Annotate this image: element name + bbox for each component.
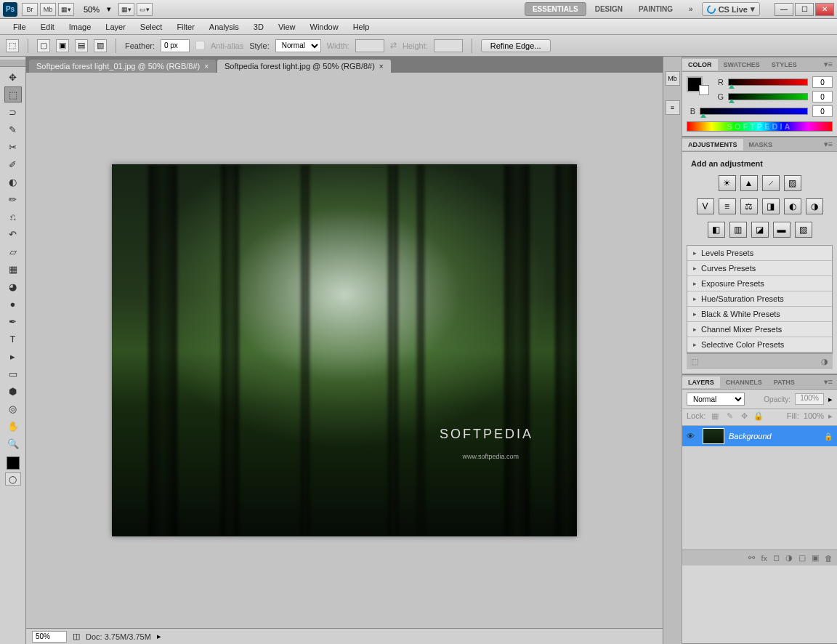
delete-layer-icon[interactable]: 🗑	[825, 554, 833, 563]
crop-tool[interactable]: ✂	[4, 139, 22, 155]
add-selection-icon[interactable]: ▣	[56, 39, 69, 52]
curves-icon[interactable]: ⟋	[762, 175, 780, 191]
fill-arrow[interactable]: ▸	[828, 411, 833, 421]
shape-tool[interactable]: ▭	[4, 366, 22, 382]
tab-adjustments[interactable]: ADJUSTMENTS	[682, 139, 743, 150]
opacity-arrow[interactable]: ▸	[828, 395, 833, 404]
lock-position-icon[interactable]: ✥	[739, 411, 749, 421]
panel-menu-icon[interactable]: ▾≡	[820, 140, 837, 149]
close-tab-icon[interactable]: ×	[379, 63, 384, 71]
menu-window[interactable]: Window	[303, 21, 346, 33]
lock-all-icon[interactable]: 🔒	[753, 411, 764, 421]
workspace-more[interactable]: »	[682, 3, 700, 15]
feather-input[interactable]	[161, 39, 190, 52]
document-tab-0[interactable]: Softpedia forest light_01.jpg @ 50% (RGB…	[29, 60, 216, 73]
foreground-color[interactable]	[7, 456, 20, 470]
lock-pixels-icon[interactable]: ✎	[724, 411, 735, 421]
panel-menu-icon[interactable]: ▾≡	[820, 60, 837, 69]
status-menu-arrow[interactable]: ▸	[157, 632, 161, 641]
tab-styles[interactable]: STYLES	[766, 59, 803, 71]
tab-paths[interactable]: PATHS	[768, 377, 801, 388]
adjustment-layer-icon[interactable]: ◑	[785, 553, 793, 563]
preset-exposure[interactable]: Exposure Presets	[687, 276, 832, 291]
eyedropper-tool[interactable]: ✐	[4, 156, 22, 172]
layer-mask-icon[interactable]: ◻	[773, 553, 780, 563]
subtract-selection-icon[interactable]: ▤	[75, 39, 88, 52]
refine-edge-button[interactable]: Refine Edge...	[481, 39, 551, 52]
menu-view[interactable]: View	[271, 21, 303, 33]
visibility-icon[interactable]: 👁	[687, 432, 698, 440]
style-select[interactable]: Normal	[275, 39, 321, 52]
preset-selective-color[interactable]: Selective Color Presets	[687, 337, 832, 353]
new-layer-icon[interactable]: ▣	[812, 553, 819, 563]
channel-mixer-icon[interactable]: ◑	[806, 198, 823, 214]
screen-mode-button[interactable]: ▭▾	[137, 3, 153, 16]
3d-camera-tool[interactable]: ◎	[4, 401, 22, 416]
new-selection-icon[interactable]: ▢	[37, 39, 50, 52]
menu-filter[interactable]: Filter	[169, 21, 201, 33]
vibrance-icon[interactable]: V	[697, 198, 714, 214]
black-white-icon[interactable]: ◨	[762, 198, 780, 214]
canvas-viewport[interactable]: SOFTPEDIA www.softpedia.com	[26, 73, 663, 628]
move-tool[interactable]: ✥	[4, 69, 22, 85]
exposure-icon[interactable]: ▨	[784, 175, 801, 191]
zoom-level[interactable]: 50%	[84, 5, 100, 14]
photo-filter-icon[interactable]: ◐	[784, 198, 801, 214]
3d-tool[interactable]: ⬢	[4, 383, 22, 399]
color-spectrum[interactable]: SOFTPEDIA	[687, 121, 833, 132]
brush-tool[interactable]: ✏	[4, 191, 22, 207]
tab-swatches[interactable]: SWATCHES	[718, 59, 766, 71]
intersect-selection-icon[interactable]: ▥	[94, 39, 107, 52]
g-value[interactable]	[812, 91, 833, 102]
tab-channels[interactable]: CHANNELS	[720, 377, 768, 388]
quick-mask-button[interactable]: ◯	[5, 472, 21, 486]
close-button[interactable]: ✕	[815, 3, 834, 16]
posterize-icon[interactable]: ▥	[729, 222, 747, 238]
adjustment-expand-icon[interactable]: ⬚	[691, 357, 698, 366]
arrange-documents-button[interactable]: ▦▾	[118, 3, 134, 16]
background-swatch[interactable]	[699, 85, 709, 95]
color-swatches[interactable]	[0, 456, 25, 470]
threshold-icon[interactable]: ◪	[751, 222, 769, 238]
opacity-value[interactable]: 100%	[795, 393, 824, 405]
adjustment-clip-icon[interactable]: ◑	[821, 357, 828, 366]
bridge-button[interactable]: Br	[22, 3, 38, 16]
layer-style-icon[interactable]: fx	[761, 554, 767, 563]
hand-tool[interactable]: ✋	[4, 418, 22, 434]
dodge-tool[interactable]: ●	[4, 296, 22, 312]
status-nav-icon[interactable]: ◫	[73, 632, 80, 641]
healing-brush-tool[interactable]: ◐	[4, 174, 22, 190]
link-layers-icon[interactable]: ⚯	[748, 553, 755, 563]
tab-color[interactable]: COLOR	[682, 59, 718, 71]
lasso-tool[interactable]: ⊃	[4, 104, 22, 120]
toolbox-grip[interactable]	[0, 60, 25, 67]
fill-value[interactable]: 100%	[804, 411, 824, 420]
preset-levels[interactable]: Levels Presets	[687, 246, 832, 261]
color-balance-icon[interactable]: ⚖	[740, 198, 758, 214]
cslive-button[interactable]: CS Live ▾	[702, 2, 760, 16]
quick-selection-tool[interactable]: ✎	[4, 121, 22, 137]
brightness-contrast-icon[interactable]: ☀	[719, 175, 736, 191]
path-selection-tool[interactable]: ▸	[4, 348, 22, 364]
lock-transparency-icon[interactable]: ▦	[710, 411, 720, 421]
r-slider[interactable]	[728, 79, 808, 86]
zoom-tool[interactable]: 🔍	[4, 435, 22, 451]
preset-black-white[interactable]: Black & White Presets	[687, 307, 832, 322]
menu-image[interactable]: Image	[62, 21, 99, 33]
workspace-design[interactable]: DESIGN	[588, 3, 630, 15]
invert-icon[interactable]: ◧	[708, 222, 725, 238]
menu-layer[interactable]: Layer	[98, 21, 133, 33]
marquee-tool-preset[interactable]: ⬚	[6, 39, 19, 52]
pen-tool[interactable]: ✒	[4, 313, 22, 329]
preset-channel-mixer[interactable]: Channel Mixer Presets	[687, 322, 832, 337]
eraser-tool[interactable]: ▱	[4, 243, 22, 259]
panel-menu-icon[interactable]: ▾≡	[820, 377, 837, 387]
maximize-button[interactable]: ☐	[795, 3, 814, 16]
menu-3d[interactable]: 3D	[246, 21, 271, 33]
hue-saturation-icon[interactable]: ≡	[719, 198, 736, 214]
blend-mode-select[interactable]: Normal	[687, 393, 745, 406]
minibridge-panel-icon[interactable]: Mb	[666, 71, 680, 86]
document-tab-1[interactable]: Softpedia forest light.jpg @ 50% (RGB/8#…	[217, 60, 391, 73]
g-slider[interactable]	[728, 93, 808, 100]
layer-row[interactable]: 👁 Background 🔒	[682, 426, 837, 446]
